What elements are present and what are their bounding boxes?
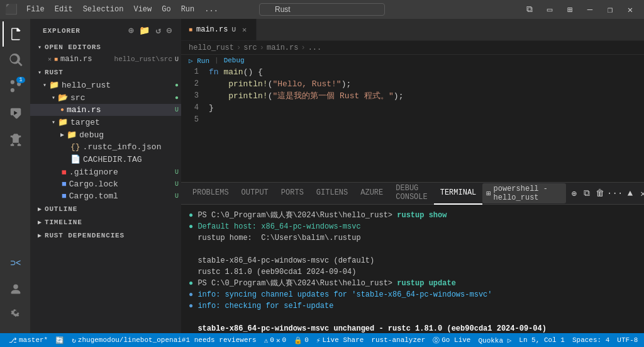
tree-item-src[interactable]: ▾ 📂 src ●: [30, 91, 181, 104]
explorer-activity-icon[interactable]: [3, 21, 28, 47]
menu-view[interactable]: View: [130, 4, 155, 15]
tab-ports[interactable]: PORTS: [275, 183, 310, 205]
rust-deps-chevron-icon: ▶: [38, 232, 42, 239]
close-panel-icon[interactable]: ✕: [638, 186, 644, 201]
code-line-2: 2 println!("Hello, Rust!");: [181, 78, 644, 90]
status-encoding[interactable]: UTF-8: [613, 333, 641, 347]
outline-chevron-icon: ▶: [38, 205, 42, 213]
activity-bar: 1 ⊃<: [0, 19, 30, 333]
tree-item-rustc-info[interactable]: {} .rustc_info.json: [30, 141, 181, 153]
refresh-icon[interactable]: ↺: [154, 24, 162, 37]
status-ln-col[interactable]: Ln 5, Col 1: [515, 333, 569, 347]
title-bar-center: 🔍: [259, 3, 385, 16]
customize-layout-icon[interactable]: ⊞: [561, 1, 579, 18]
new-folder-icon[interactable]: 📁: [138, 24, 152, 37]
status-spaces[interactable]: Spaces: 4: [569, 333, 613, 347]
rust-section[interactable]: ▾ RUST: [30, 65, 181, 79]
tree-item-main-rs[interactable]: ● main.rs U: [30, 104, 181, 116]
sidebar-header-actions: ⊕ 📁 ↺ ⊖: [127, 24, 174, 37]
menu-edit[interactable]: Edit: [51, 4, 77, 15]
close-editor-icon[interactable]: ✕: [48, 55, 52, 63]
code-line-1: 1 fn main() {: [181, 66, 644, 78]
status-pr[interactable]: ↻ zhugemodou/linebot_openai#1 needs revi…: [68, 333, 260, 347]
menu-selection[interactable]: Selection: [79, 4, 128, 15]
minimize-button[interactable]: —: [581, 1, 599, 18]
tab-azure[interactable]: AZURE: [354, 183, 389, 205]
menu-run[interactable]: Run: [177, 4, 199, 15]
menu-go[interactable]: Go: [158, 4, 174, 15]
status-errors[interactable]: ⚠ 0 ✕ 0: [260, 333, 290, 347]
status-sync[interactable]: 🔄: [52, 333, 68, 347]
debug-folder-icon: 📁: [67, 130, 77, 140]
status-eol[interactable]: LF: [641, 333, 644, 347]
terminal-actions: ⊞ powershell - hello_rust ⊕ ⧉ 🗑 ··· ▲ ✕: [482, 183, 644, 203]
outline-section[interactable]: ▶ OUTLINE: [30, 202, 181, 215]
tab-gitlens[interactable]: GITLENS: [310, 183, 354, 205]
status-quokka[interactable]: Quokka ▷: [474, 333, 515, 347]
tab-main-rs[interactable]: ■ main.rs U ✕: [181, 19, 257, 40]
tab-terminal[interactable]: TERMINAL: [434, 183, 483, 205]
trash-terminal-icon[interactable]: 🗑: [594, 186, 604, 201]
new-file-icon[interactable]: ⊕: [127, 24, 135, 37]
menu-file[interactable]: File: [23, 4, 48, 15]
breadcrumb-src[interactable]: src: [243, 43, 257, 52]
editor-terminal-container: ▷ Run | Debug 1 fn main() { 2 println!("…: [181, 55, 644, 333]
tree-item-gitignore[interactable]: ◼ .gitignore U: [30, 166, 181, 178]
breadcrumb-main-rs[interactable]: main.rs: [267, 43, 298, 52]
status-bar-right: rust-analyzer ⓪ Go Live Quokka ▷ Ln 5, C…: [367, 333, 644, 347]
file-toml-icon: ■: [62, 179, 67, 189]
lock-icon: 🔒: [294, 336, 303, 344]
tree-item-cargo-lock[interactable]: ■ Cargo.lock U: [30, 178, 181, 190]
close-button[interactable]: ✕: [621, 1, 639, 18]
sidebar-title: EXPLORER ⊕ 📁 ↺ ⊖: [30, 19, 181, 40]
search-input[interactable]: [259, 3, 385, 16]
remote-icon[interactable]: ⊃<: [3, 250, 28, 275]
tab-output[interactable]: OUTPUT: [235, 183, 275, 205]
chevron-right-icon: ▶: [60, 131, 64, 139]
toggle-panel-icon[interactable]: ▭: [541, 1, 558, 18]
account-icon[interactable]: [3, 276, 28, 302]
file-txt-icon: 📄: [70, 154, 80, 164]
terminal-panel: PROBLEMS OUTPUT PORTS GITLENS AZURE DEBU…: [181, 182, 644, 333]
maximize-panel-icon[interactable]: ▲: [625, 186, 635, 201]
status-go-live[interactable]: ⓪ Go Live: [429, 333, 474, 347]
menu-more[interactable]: ...: [201, 4, 222, 15]
status-lock[interactable]: 🔒 0: [290, 333, 313, 347]
tab-bar: ■ main.rs U ✕: [181, 19, 644, 41]
split-editor-icon[interactable]: ⧉: [521, 1, 538, 18]
search-activity-icon[interactable]: [3, 48, 28, 73]
terminal-instance-selector[interactable]: ⊞ powershell - hello_rust: [482, 183, 566, 203]
terminal-body[interactable]: ● PS C:\0_Program\鐵人賽\2024\Rust\hello_ru…: [181, 205, 644, 333]
open-editors-section[interactable]: ▾ OPEN EDITORS: [30, 40, 181, 54]
tree-item-target[interactable]: ▾ 📁 target: [30, 116, 181, 128]
tab-problems[interactable]: PROBLEMS: [186, 183, 235, 205]
status-rust-analyzer[interactable]: rust-analyzer: [367, 333, 429, 347]
run-link[interactable]: ▷ Run: [189, 57, 209, 65]
restore-button[interactable]: ❐: [601, 1, 619, 18]
tree-item-cargo-toml[interactable]: ■ Cargo.toml U: [30, 190, 181, 202]
extensions-activity-icon[interactable]: [3, 127, 28, 152]
more-terminal-icon[interactable]: ···: [608, 186, 623, 201]
debug-link[interactable]: Debug: [224, 57, 245, 64]
chevron-down-icon: ▾: [52, 94, 55, 101]
collapse-all-icon[interactable]: ⊖: [165, 24, 174, 37]
tab-debug-console[interactable]: DEBUG CONSOLE: [389, 183, 433, 205]
breadcrumb-hello-rust[interactable]: hello_rust: [189, 43, 234, 52]
timeline-section[interactable]: ▶ TIMELINE: [30, 215, 181, 229]
settings-icon[interactable]: [3, 303, 28, 328]
tab-close-icon[interactable]: ✕: [242, 25, 247, 35]
code-editor[interactable]: ▷ Run | Debug 1 fn main() { 2 println!("…: [181, 55, 644, 182]
title-bar-controls: ⧉ ▭ ⊞ — ❐ ✕: [521, 1, 639, 18]
tree-item-debug[interactable]: ▶ 📁 debug: [30, 128, 181, 141]
status-live-share[interactable]: ⚡ Live Share: [313, 333, 368, 347]
source-control-activity-icon[interactable]: 1: [3, 74, 28, 100]
tree-item-hello-rust[interactable]: ▾ 📁 hello_rust ●: [30, 79, 181, 91]
breadcrumb-symbol[interactable]: ...: [308, 43, 322, 52]
open-editor-main-rs[interactable]: ✕ ■ main.rs hello_rust\src U: [30, 54, 181, 65]
run-debug-activity-icon[interactable]: [3, 101, 28, 126]
tree-item-cachedir[interactable]: 📄 CACHEDIR.TAG: [30, 153, 181, 166]
split-terminal-icon[interactable]: ⧉: [582, 186, 592, 201]
rust-deps-section[interactable]: ▶ RUST DEPENDENCIES: [30, 229, 181, 242]
status-branch[interactable]: ⎇ master*: [5, 333, 52, 347]
new-terminal-icon[interactable]: ⊕: [569, 186, 579, 201]
